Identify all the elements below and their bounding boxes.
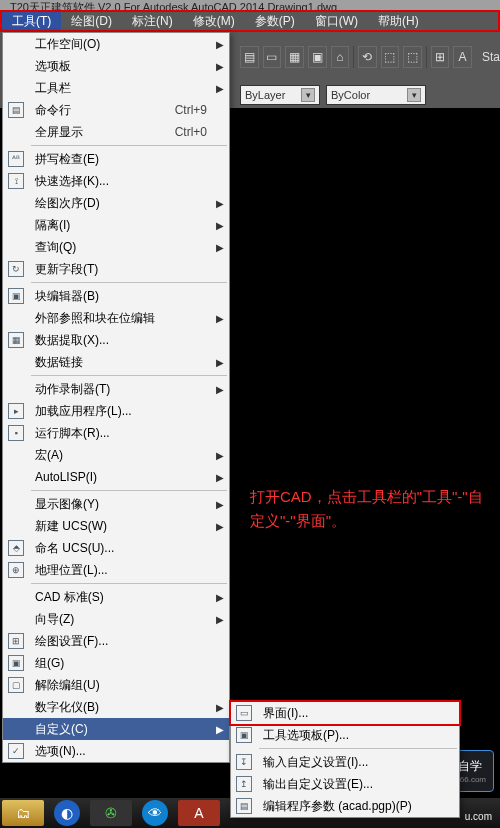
submenu-item-label: 界面(I)... bbox=[257, 705, 455, 722]
menu-item[interactable]: 新建 UCS(W)▶ bbox=[3, 515, 229, 537]
menu-item[interactable]: ▢解除编组(U) bbox=[3, 674, 229, 696]
submenu-item[interactable]: ▤编辑程序参数 (acad.pgp)(P) bbox=[231, 795, 459, 817]
menu-item[interactable]: ▪运行脚本(R)... bbox=[3, 422, 229, 444]
menu-item-label: 隔离(I) bbox=[29, 217, 215, 234]
menu-item[interactable]: 选项板▶ bbox=[3, 55, 229, 77]
menu-item[interactable]: CAD 标准(S)▶ bbox=[3, 586, 229, 608]
layer-combo-bylayer[interactable]: ByLayer ▾ bbox=[240, 85, 320, 105]
menu-item-icon bbox=[3, 77, 29, 99]
submenu-arrow-icon: ▶ bbox=[215, 384, 225, 395]
submenu-item[interactable]: ↥输出自定义设置(E)... bbox=[231, 773, 459, 795]
menu-item[interactable]: ▦数据提取(X)... bbox=[3, 329, 229, 351]
menu-item[interactable]: ▤命令行Ctrl+9 bbox=[3, 99, 229, 121]
menu-item-icon bbox=[3, 378, 29, 400]
menu-item[interactable]: ᴬᴮ拼写检查(E) bbox=[3, 148, 229, 170]
menubar-item[interactable]: 绘图(D) bbox=[61, 12, 122, 30]
menu-item[interactable]: 工具栏▶ bbox=[3, 77, 229, 99]
menu-item[interactable]: 数字化仪(B)▶ bbox=[3, 696, 229, 718]
menu-item-icon: ⊞ bbox=[3, 630, 29, 652]
menu-item-label: 地理位置(L)... bbox=[29, 562, 215, 579]
toolbar-button[interactable]: ⬚ bbox=[381, 46, 400, 68]
submenu-item[interactable]: ↧输入自定义设置(I)... bbox=[231, 751, 459, 773]
menu-item[interactable]: ▣组(G) bbox=[3, 652, 229, 674]
toolbar-button[interactable]: A bbox=[453, 46, 472, 68]
menu-item-icon: ▪ bbox=[3, 422, 29, 444]
toolbar-button[interactable]: ⊞ bbox=[431, 46, 450, 68]
menu-item-label: 选项(N)... bbox=[29, 743, 215, 760]
menu-item-label: CAD 标准(S) bbox=[29, 589, 215, 606]
menu-item[interactable]: 数据链接▶ bbox=[3, 351, 229, 373]
menu-item-label: 组(G) bbox=[29, 655, 215, 672]
menu-item[interactable]: AutoLISP(I)▶ bbox=[3, 466, 229, 488]
submenu-item[interactable]: ▣工具选项板(P)... bbox=[231, 724, 459, 746]
menu-item-label: AutoLISP(I) bbox=[29, 470, 215, 484]
menu-item-icon: ✓ bbox=[3, 740, 29, 762]
menu-item[interactable]: ✓选项(N)... bbox=[3, 740, 229, 762]
menubar-item[interactable]: 修改(M) bbox=[183, 12, 245, 30]
menu-item-icon bbox=[3, 718, 29, 740]
menu-item-icon bbox=[3, 444, 29, 466]
menu-item[interactable]: 工作空间(O)▶ bbox=[3, 33, 229, 55]
footer-partial-url: u.com bbox=[465, 811, 492, 822]
menu-item-label: 数字化仪(B) bbox=[29, 699, 215, 716]
submenu-arrow-icon: ▶ bbox=[215, 39, 225, 50]
menu-item[interactable]: ⊞绘图设置(F)... bbox=[3, 630, 229, 652]
menu-item[interactable]: ▸加载应用程序(L)... bbox=[3, 400, 229, 422]
menu-item[interactable]: 查询(Q)▶ bbox=[3, 236, 229, 258]
menu-item[interactable]: 自定义(C)▶ bbox=[3, 718, 229, 740]
taskbar-explorer[interactable]: 🗂 bbox=[2, 800, 44, 826]
toolbar-button[interactable]: ▭ bbox=[263, 46, 282, 68]
menubar-item[interactable]: 参数(P) bbox=[245, 12, 305, 30]
menu-item[interactable]: 动作录制器(T)▶ bbox=[3, 378, 229, 400]
menu-item-label: 工作空间(O) bbox=[29, 36, 215, 53]
menu-item-icon: ⬘ bbox=[3, 537, 29, 559]
menu-item-label: 解除编组(U) bbox=[29, 677, 215, 694]
menu-item[interactable]: 绘图次序(D)▶ bbox=[3, 192, 229, 214]
toolbar-button[interactable]: ⟲ bbox=[358, 46, 377, 68]
menu-item-label: 动作录制器(T) bbox=[29, 381, 215, 398]
menu-item-label: 绘图次序(D) bbox=[29, 195, 215, 212]
menu-item[interactable]: 宏(A)▶ bbox=[3, 444, 229, 466]
menu-separator bbox=[31, 282, 227, 283]
toolbar-button[interactable]: ⌂ bbox=[331, 46, 350, 68]
menu-item-label: 查询(Q) bbox=[29, 239, 215, 256]
menu-item-icon bbox=[3, 351, 29, 373]
menubar-item[interactable]: 帮助(H) bbox=[368, 12, 429, 30]
submenu-item-label: 输入自定义设置(I)... bbox=[257, 754, 455, 771]
menubar-item[interactable]: 窗口(W) bbox=[305, 12, 368, 30]
taskbar-wechat[interactable]: ✇ bbox=[90, 800, 132, 826]
submenu-item-icon: ▤ bbox=[231, 795, 257, 817]
submenu-item-label: 编辑程序参数 (acad.pgp)(P) bbox=[257, 798, 455, 815]
menu-item[interactable]: ⊕地理位置(L)... bbox=[3, 559, 229, 581]
submenu-item[interactable]: ▭界面(I)... bbox=[231, 702, 459, 724]
menu-item[interactable]: ⬘命名 UCS(U)... bbox=[3, 537, 229, 559]
menubar-item[interactable]: 工具(T) bbox=[2, 12, 61, 30]
separator bbox=[353, 46, 354, 68]
toolbar-button[interactable]: ▣ bbox=[308, 46, 327, 68]
menu-bar: 工具(T)绘图(D)标注(N)修改(M)参数(P)窗口(W)帮助(H) bbox=[0, 10, 500, 32]
menu-item[interactable]: 显示图像(Y)▶ bbox=[3, 493, 229, 515]
menu-item-label: 显示图像(Y) bbox=[29, 496, 215, 513]
taskbar-autocad[interactable]: A bbox=[178, 800, 220, 826]
menu-item[interactable]: 全屏显示Ctrl+0 bbox=[3, 121, 229, 143]
menu-item[interactable]: ▣块编辑器(B) bbox=[3, 285, 229, 307]
toolbar-button[interactable]: ▦ bbox=[285, 46, 304, 68]
menu-item-label: 工具栏 bbox=[29, 80, 215, 97]
menu-separator bbox=[31, 490, 227, 491]
menu-separator bbox=[259, 748, 457, 749]
menu-item[interactable]: 隔离(I)▶ bbox=[3, 214, 229, 236]
toolbar-button[interactable]: ▤ bbox=[240, 46, 259, 68]
taskbar-browser[interactable]: ◐ bbox=[54, 800, 80, 826]
submenu-arrow-icon: ▶ bbox=[215, 499, 225, 510]
menu-item[interactable]: 外部参照和块在位编辑▶ bbox=[3, 307, 229, 329]
menu-item-icon: ᴬᴮ bbox=[3, 148, 29, 170]
taskbar-viewer[interactable]: 👁 bbox=[142, 800, 168, 826]
combo-value: ByColor bbox=[331, 89, 370, 101]
toolbar-button[interactable]: ⬚ bbox=[403, 46, 422, 68]
color-combo-bycolor[interactable]: ByColor ▾ bbox=[326, 85, 426, 105]
menu-item[interactable]: ⟟快速选择(K)... bbox=[3, 170, 229, 192]
menu-item[interactable]: 向导(Z)▶ bbox=[3, 608, 229, 630]
menu-item-label: 选项板 bbox=[29, 58, 215, 75]
menubar-item[interactable]: 标注(N) bbox=[122, 12, 183, 30]
menu-item[interactable]: ↻更新字段(T) bbox=[3, 258, 229, 280]
